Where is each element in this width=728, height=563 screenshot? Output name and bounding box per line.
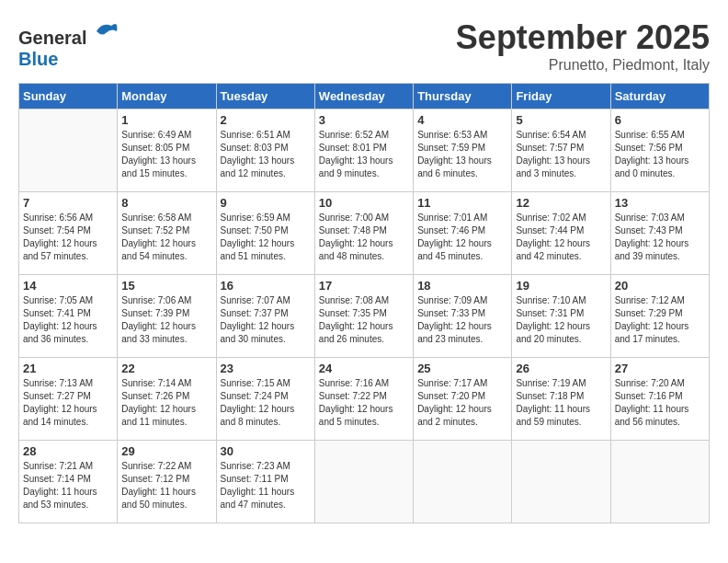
day-cell: 3Sunrise: 6:52 AMSunset: 8:01 PMDaylight… — [314, 109, 413, 192]
day-number: 3 — [319, 113, 409, 127]
day-info: Sunrise: 7:14 AMSunset: 7:26 PMDaylight:… — [121, 377, 211, 429]
day-cell: 29Sunrise: 7:22 AMSunset: 7:12 PMDayligh… — [118, 441, 216, 523]
week-row-0: 1Sunrise: 6:49 AMSunset: 8:05 PMDaylight… — [19, 109, 710, 192]
day-info: Sunrise: 6:51 AMSunset: 8:03 PMDaylight:… — [221, 129, 311, 180]
day-info: Sunrise: 6:59 AMSunset: 7:50 PMDaylight:… — [221, 212, 311, 263]
day-cell: 1Sunrise: 6:49 AMSunset: 8:05 PMDaylight… — [118, 109, 216, 192]
day-cell: 8Sunrise: 6:58 AMSunset: 7:52 PMDaylight… — [118, 192, 216, 275]
logo-general: General — [18, 28, 86, 48]
week-row-4: 28Sunrise: 7:21 AMSunset: 7:14 PMDayligh… — [19, 441, 710, 523]
week-row-3: 21Sunrise: 7:13 AMSunset: 7:27 PMDayligh… — [19, 358, 710, 441]
day-number: 28 — [23, 444, 113, 458]
calendar-body: 1Sunrise: 6:49 AMSunset: 8:05 PMDaylight… — [19, 109, 710, 523]
day-cell — [414, 441, 512, 523]
weekday-header-monday: Monday — [118, 84, 216, 109]
day-info: Sunrise: 7:07 AMSunset: 7:37 PMDaylight:… — [221, 294, 311, 346]
day-number: 14 — [23, 279, 113, 293]
day-cell: 21Sunrise: 7:13 AMSunset: 7:27 PMDayligh… — [19, 358, 118, 441]
week-row-1: 7Sunrise: 6:56 AMSunset: 7:54 PMDaylight… — [19, 192, 710, 275]
logo-bird-icon — [93, 18, 119, 44]
day-cell: 10Sunrise: 7:00 AMSunset: 7:48 PMDayligh… — [314, 192, 413, 275]
day-number: 27 — [615, 362, 705, 375]
day-number: 23 — [221, 362, 311, 375]
location-title: Prunetto, Piedmont, Italy — [456, 57, 710, 74]
day-cell: 19Sunrise: 7:10 AMSunset: 7:31 PMDayligh… — [512, 275, 610, 358]
day-number: 30 — [221, 444, 311, 458]
day-info: Sunrise: 7:08 AMSunset: 7:35 PMDaylight:… — [319, 294, 409, 346]
day-number: 22 — [121, 362, 211, 375]
weekday-header-row: SundayMondayTuesdayWednesdayThursdayFrid… — [19, 84, 710, 109]
day-info: Sunrise: 7:06 AMSunset: 7:39 PMDaylight:… — [121, 294, 211, 346]
day-cell: 9Sunrise: 6:59 AMSunset: 7:50 PMDaylight… — [216, 192, 314, 275]
day-number: 17 — [319, 279, 409, 293]
logo-text: General Blue — [18, 18, 119, 70]
day-number: 15 — [121, 279, 211, 293]
day-cell: 24Sunrise: 7:16 AMSunset: 7:22 PMDayligh… — [314, 358, 413, 441]
day-number: 21 — [23, 362, 113, 375]
day-info: Sunrise: 7:05 AMSunset: 7:41 PMDaylight:… — [23, 294, 113, 346]
day-number: 24 — [319, 362, 409, 375]
day-number: 2 — [221, 113, 311, 127]
day-cell: 14Sunrise: 7:05 AMSunset: 7:41 PMDayligh… — [19, 275, 118, 358]
day-info: Sunrise: 7:02 AMSunset: 7:44 PMDaylight:… — [516, 212, 606, 263]
day-info: Sunrise: 6:55 AMSunset: 7:56 PMDaylight:… — [615, 129, 705, 180]
day-info: Sunrise: 7:20 AMSunset: 7:16 PMDaylight:… — [615, 377, 705, 429]
day-info: Sunrise: 7:22 AMSunset: 7:12 PMDaylight:… — [121, 460, 211, 511]
day-cell: 4Sunrise: 6:53 AMSunset: 7:59 PMDaylight… — [414, 109, 512, 192]
day-cell: 23Sunrise: 7:15 AMSunset: 7:24 PMDayligh… — [216, 358, 314, 441]
day-info: Sunrise: 7:12 AMSunset: 7:29 PMDaylight:… — [615, 294, 705, 346]
day-cell: 6Sunrise: 6:55 AMSunset: 7:56 PMDaylight… — [610, 109, 709, 192]
day-cell — [19, 109, 118, 192]
weekday-header-saturday: Saturday — [610, 84, 709, 109]
day-cell: 28Sunrise: 7:21 AMSunset: 7:14 PMDayligh… — [19, 441, 118, 523]
day-number: 1 — [121, 113, 211, 127]
title-area: September 2025 Prunetto, Piedmont, Italy — [456, 18, 710, 74]
week-row-2: 14Sunrise: 7:05 AMSunset: 7:41 PMDayligh… — [19, 275, 710, 358]
day-cell: 26Sunrise: 7:19 AMSunset: 7:18 PMDayligh… — [512, 358, 610, 441]
day-number: 9 — [221, 196, 311, 210]
day-info: Sunrise: 7:16 AMSunset: 7:22 PMDaylight:… — [319, 377, 409, 429]
day-cell: 22Sunrise: 7:14 AMSunset: 7:26 PMDayligh… — [118, 358, 216, 441]
day-info: Sunrise: 7:21 AMSunset: 7:14 PMDaylight:… — [23, 460, 113, 511]
day-cell: 13Sunrise: 7:03 AMSunset: 7:43 PMDayligh… — [610, 192, 709, 275]
weekday-header-thursday: Thursday — [414, 84, 512, 109]
day-info: Sunrise: 6:52 AMSunset: 8:01 PMDaylight:… — [319, 129, 409, 180]
day-number: 10 — [319, 196, 409, 210]
day-cell: 7Sunrise: 6:56 AMSunset: 7:54 PMDaylight… — [19, 192, 118, 275]
day-info: Sunrise: 7:00 AMSunset: 7:48 PMDaylight:… — [319, 212, 409, 263]
day-number: 6 — [615, 113, 705, 127]
day-cell: 30Sunrise: 7:23 AMSunset: 7:11 PMDayligh… — [216, 441, 314, 523]
day-number: 7 — [23, 196, 113, 210]
day-cell: 5Sunrise: 6:54 AMSunset: 7:57 PMDaylight… — [512, 109, 610, 192]
day-info: Sunrise: 7:01 AMSunset: 7:46 PMDaylight:… — [417, 212, 507, 263]
calendar: SundayMondayTuesdayWednesdayThursdayFrid… — [18, 83, 710, 523]
month-title: September 2025 — [456, 18, 710, 57]
day-number: 4 — [417, 113, 507, 127]
day-cell: 16Sunrise: 7:07 AMSunset: 7:37 PMDayligh… — [216, 275, 314, 358]
day-cell: 20Sunrise: 7:12 AMSunset: 7:29 PMDayligh… — [610, 275, 709, 358]
day-info: Sunrise: 6:56 AMSunset: 7:54 PMDaylight:… — [23, 212, 113, 263]
day-info: Sunrise: 7:09 AMSunset: 7:33 PMDaylight:… — [417, 294, 507, 346]
day-info: Sunrise: 7:19 AMSunset: 7:18 PMDaylight:… — [516, 377, 606, 429]
day-number: 25 — [417, 362, 507, 375]
day-info: Sunrise: 6:54 AMSunset: 7:57 PMDaylight:… — [516, 129, 606, 180]
day-info: Sunrise: 7:03 AMSunset: 7:43 PMDaylight:… — [615, 212, 705, 263]
logo-blue: Blue — [18, 49, 58, 69]
day-number: 16 — [221, 279, 311, 293]
day-info: Sunrise: 7:10 AMSunset: 7:31 PMDaylight:… — [516, 294, 606, 346]
day-cell — [314, 441, 413, 523]
day-number: 11 — [417, 196, 507, 210]
day-info: Sunrise: 7:13 AMSunset: 7:27 PMDaylight:… — [23, 377, 113, 429]
day-info: Sunrise: 6:53 AMSunset: 7:59 PMDaylight:… — [417, 129, 507, 180]
day-number: 5 — [516, 113, 606, 127]
weekday-header-friday: Friday — [512, 84, 610, 109]
day-info: Sunrise: 7:23 AMSunset: 7:11 PMDaylight:… — [221, 460, 311, 511]
weekday-header-tuesday: Tuesday — [216, 84, 314, 109]
day-info: Sunrise: 7:17 AMSunset: 7:20 PMDaylight:… — [417, 377, 507, 429]
day-info: Sunrise: 6:49 AMSunset: 8:05 PMDaylight:… — [121, 129, 211, 180]
day-cell: 12Sunrise: 7:02 AMSunset: 7:44 PMDayligh… — [512, 192, 610, 275]
day-cell: 11Sunrise: 7:01 AMSunset: 7:46 PMDayligh… — [414, 192, 512, 275]
day-cell: 15Sunrise: 7:06 AMSunset: 7:39 PMDayligh… — [118, 275, 216, 358]
day-cell: 2Sunrise: 6:51 AMSunset: 8:03 PMDaylight… — [216, 109, 314, 192]
day-cell — [610, 441, 709, 523]
